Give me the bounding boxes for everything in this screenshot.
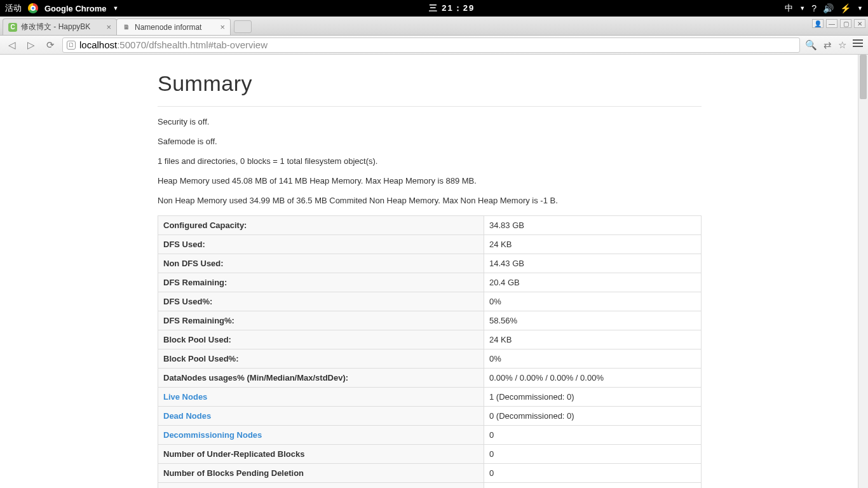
tab-title: Namenode informat — [135, 23, 216, 32]
table-row: Block Pool Used%:0% — [158, 349, 702, 369]
maximize-button[interactable]: ▢ — [840, 19, 851, 28]
table-label: Block Pool Used: — [158, 330, 484, 349]
translate-icon[interactable]: ⇄ — [824, 39, 832, 51]
system-clock[interactable]: 三 21：29 — [429, 3, 475, 14]
close-tab-icon[interactable]: × — [106, 22, 111, 32]
table-row: Decommissioning Nodes0 — [158, 426, 702, 445]
activities-label[interactable]: 活动 — [5, 3, 22, 14]
table-label: DFS Remaining: — [158, 273, 484, 292]
table-value: 0 — [484, 445, 702, 464]
table-label: Number of Blocks Pending Deletion — [158, 464, 484, 483]
table-row: Number of Under-Replicated Blocks0 — [158, 445, 702, 464]
window-controls: 👤 — ▢ ✕ — [812, 19, 865, 28]
table-label: Number of Under-Replicated Blocks — [158, 445, 484, 464]
table-value: 24 KB — [484, 330, 702, 349]
table-label: DFS Used%: — [158, 292, 484, 311]
table-value: 24 KB — [484, 235, 702, 254]
table-value: 14.43 GB — [484, 254, 702, 273]
table-value: 1 (Decommissioned: 0) — [484, 388, 702, 407]
table-label: DFS Remaining%: — [158, 311, 484, 330]
back-button[interactable]: ◁ — [5, 38, 19, 52]
active-app-name[interactable]: Google Chrome — [44, 4, 107, 13]
favicon-icon: C — [8, 23, 17, 32]
favicon-file-icon: 🗎 — [122, 23, 131, 32]
table-row: DFS Remaining%:58.56% — [158, 311, 702, 330]
reload-button[interactable]: ⟳ — [43, 38, 57, 52]
system-bar: 活动 Google Chrome ▼ 三 21：29 中 ▼ ? 🔊 ⚡ ▼ — [0, 0, 868, 17]
node-link[interactable]: Live Nodes — [163, 392, 207, 402]
table-value: 0 — [484, 426, 702, 445]
table-label: Block Deletion Start Time — [158, 483, 484, 489]
nonheap-memory-summary: Non Heap Memory used 34.99 MB of 36.5 MB… — [158, 196, 702, 205]
table-value: 0.00% / 0.00% / 0.00% / 0.00% — [484, 369, 702, 388]
node-link[interactable]: Decommissioning Nodes — [163, 430, 262, 440]
forward-button[interactable]: ▷ — [24, 38, 38, 52]
system-menu-caret-icon[interactable]: ▼ — [857, 5, 863, 11]
table-value: 0% — [484, 349, 702, 369]
zoom-icon[interactable]: 🔍 — [805, 39, 817, 51]
node-link[interactable]: Dead Nodes — [163, 411, 211, 421]
close-window-button[interactable]: ✕ — [854, 19, 865, 28]
ime-caret-icon[interactable]: ▼ — [799, 5, 805, 11]
table-row: DataNodes usages% (Min/Median/Max/stdDev… — [158, 369, 702, 388]
browser-tab-active[interactable]: 🗎 Namenode informat × — [116, 18, 231, 35]
table-value: 0 — [484, 464, 702, 483]
table-row: Configured Capacity:34.83 GB — [158, 216, 702, 235]
bookmark-star-icon[interactable]: ☆ — [838, 39, 846, 51]
table-row: DFS Used%:0% — [158, 292, 702, 311]
table-label[interactable]: Dead Nodes — [158, 407, 484, 426]
filesystem-summary: 1 files and directories, 0 blocks = 1 to… — [158, 156, 702, 166]
table-value: 20.4 GB — [484, 273, 702, 292]
table-value: 34.83 GB — [484, 216, 702, 235]
browser-toolbar: ◁ ▷ ⟳ 🗋 localhost:50070/dfshealth.html#t… — [0, 36, 868, 55]
scrollbar-thumb[interactable] — [860, 55, 867, 99]
table-label: Configured Capacity: — [158, 216, 484, 235]
table-label: DFS Used: — [158, 235, 484, 254]
url-host: localhost — [79, 39, 117, 50]
table-label: DataNodes usages% (Min/Median/Max/stdDev… — [158, 369, 484, 388]
sound-icon[interactable]: 🔊 — [823, 3, 834, 13]
help-icon[interactable]: ? — [811, 3, 817, 13]
divider — [158, 106, 702, 107]
table-row: Number of Blocks Pending Deletion0 — [158, 464, 702, 483]
table-row: Live Nodes1 (Decommissioned: 0) — [158, 388, 702, 407]
table-row: DFS Remaining:20.4 GB — [158, 273, 702, 292]
ime-indicator[interactable]: 中 — [785, 3, 793, 14]
table-value: 58.56% — [484, 311, 702, 330]
table-row: Block Pool Used:24 KB — [158, 330, 702, 349]
table-row: DFS Used:24 KB — [158, 235, 702, 254]
table-value: 0 (Decommissioned: 0) — [484, 407, 702, 426]
new-tab-button[interactable] — [234, 20, 252, 33]
table-label[interactable]: Live Nodes — [158, 388, 484, 407]
page-heading: Summary — [158, 71, 702, 96]
app-menu-caret-icon[interactable]: ▼ — [113, 5, 119, 11]
address-bar[interactable]: 🗋 localhost:50070/dfshealth.html#tab-ove… — [62, 37, 800, 53]
table-label: Block Pool Used%: — [158, 349, 484, 369]
page-viewport: Summary Security is off. Safemode is off… — [0, 55, 868, 488]
user-icon[interactable]: 👤 — [812, 19, 824, 28]
table-value: 2015/4/1 下午9:13:53 — [484, 483, 702, 489]
minimize-button[interactable]: — — [826, 19, 837, 28]
summary-table: Configured Capacity:34.83 GBDFS Used:24 … — [158, 215, 702, 488]
site-info-icon[interactable]: 🗋 — [67, 41, 76, 50]
table-label[interactable]: Decommissioning Nodes — [158, 426, 484, 445]
table-row: Dead Nodes0 (Decommissioned: 0) — [158, 407, 702, 426]
tab-title: 修改博文 - HappyBK — [21, 22, 102, 32]
heap-memory-summary: Heap Memory used 45.08 MB of 141 MB Heap… — [158, 176, 702, 186]
menu-button[interactable] — [853, 39, 863, 51]
battery-icon[interactable]: ⚡ — [840, 3, 851, 13]
security-status: Security is off. — [158, 117, 702, 126]
table-row: Block Deletion Start Time2015/4/1 下午9:13… — [158, 483, 702, 489]
table-label: Non DFS Used: — [158, 254, 484, 273]
url-path: :50070/dfshealth.html#tab-overview — [117, 39, 268, 50]
close-tab-icon[interactable]: × — [220, 22, 225, 32]
safemode-status: Safemode is off. — [158, 137, 702, 146]
chrome-icon — [28, 3, 38, 13]
table-value: 0% — [484, 292, 702, 311]
tab-strip: C 修改博文 - HappyBK × 🗎 Namenode informat ×… — [0, 17, 868, 36]
table-row: Non DFS Used:14.43 GB — [158, 254, 702, 273]
scrollbar-track[interactable] — [858, 55, 868, 488]
browser-tab[interactable]: C 修改博文 - HappyBK × — [3, 18, 117, 35]
